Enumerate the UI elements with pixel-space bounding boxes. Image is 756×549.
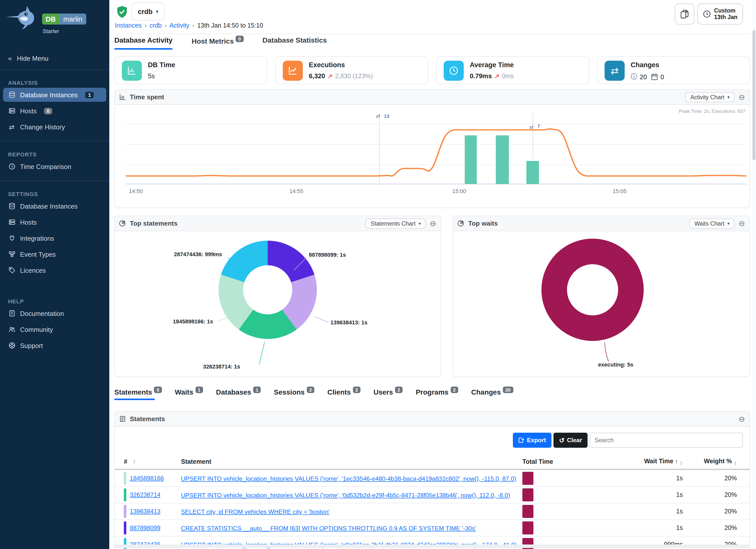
col-statement[interactable]: Statement xyxy=(181,458,211,465)
detail-tab-databases[interactable]: Databases1 xyxy=(216,387,261,400)
sort-icon[interactable]: ▲▼ xyxy=(734,461,737,466)
breadcrumb-separator: › xyxy=(145,23,146,29)
table-row: 326238714 UPSERT INTO vehicle_location_h… xyxy=(115,486,749,503)
detail-tab-statements[interactable]: Statements5 xyxy=(114,387,162,400)
scrollbar-thumb[interactable] xyxy=(752,30,755,160)
sort-icon[interactable]: ▲▼ xyxy=(133,459,136,464)
copy-link-button[interactable] xyxy=(675,4,695,25)
chart-selector-label: Activity Chart xyxy=(690,94,724,100)
documentation-icon xyxy=(8,310,16,317)
sidebar-item-database-instances[interactable]: Database Instances 1 xyxy=(3,88,106,102)
col-wait-time[interactable]: Wait Time xyxy=(644,458,673,465)
statement-link[interactable]: UPSERT INTO vehicle_location_histories V… xyxy=(181,475,516,482)
breadcrumb-activity[interactable]: Activity xyxy=(169,22,189,29)
calendar-icon xyxy=(651,73,658,80)
kpi-info-count: 20 xyxy=(640,73,647,80)
tab-label: Waits xyxy=(175,388,194,396)
sidebar-item-hosts[interactable]: Hosts 0 xyxy=(3,104,106,118)
top-waits-panel: Top waits Waits Chart ▾ ⊖ executing: 5s xyxy=(453,216,750,377)
executions-bar[interactable] xyxy=(526,161,539,184)
change-marker-icon: ⇄ xyxy=(376,113,380,119)
instance-selector[interactable]: crdb ▾ xyxy=(131,3,165,21)
executions-bar[interactable] xyxy=(465,135,477,184)
tab-badge: 5 xyxy=(154,387,162,393)
sidebar-item-integrations[interactable]: Integrations xyxy=(3,231,106,245)
statement-link[interactable]: SELECT city, id FROM vehicles WHERE city… xyxy=(181,508,330,515)
statements-donut[interactable] xyxy=(219,241,317,339)
top-statements-panel: Top statements Statements Chart ▾ ⊖ 2874… xyxy=(114,216,441,377)
collapse-panel-icon[interactable]: ⊖ xyxy=(430,220,436,227)
collapse-panel-icon[interactable]: ⊖ xyxy=(739,220,745,227)
kpi-title: Changes xyxy=(631,61,659,69)
detail-tab-sessions[interactable]: Sessions2 xyxy=(274,387,314,400)
vertical-scrollbar[interactable] xyxy=(752,0,756,549)
statements-chart-selector[interactable]: Statements Chart ▾ xyxy=(366,218,426,228)
sidebar-item-settings-database-instances[interactable]: Database Instances xyxy=(3,199,106,213)
statement-color-tag xyxy=(124,472,126,485)
clear-button[interactable]: ↺ Clear xyxy=(553,433,588,448)
topbar: crdb ▾ Instances › crdb › Activity › 13t… xyxy=(109,0,756,34)
tab-database-statistics[interactable]: Database Statistics xyxy=(262,36,327,50)
detail-tab-users[interactable]: Users2 xyxy=(373,387,403,400)
plug-icon xyxy=(8,234,16,242)
collapse-panel-icon[interactable]: ⊖ xyxy=(739,415,745,423)
breadcrumb-current: 13th Jan 14:50 to 15:10 xyxy=(197,22,263,29)
statement-id-link[interactable]: 326238714 xyxy=(130,491,160,498)
sidebar-item-label: Documentation xyxy=(20,310,64,317)
panel-title: Top waits xyxy=(468,220,498,227)
x-tick: 15:00 xyxy=(452,188,466,194)
detail-tab-waits[interactable]: Waits1 xyxy=(175,387,203,400)
logo-wordmark: DB marlin xyxy=(42,14,86,25)
sort-asc-icon: ↑ xyxy=(675,458,678,464)
sidebar-divider xyxy=(0,141,109,141)
executions-bar[interactable] xyxy=(496,135,509,184)
sidebar-item-event-types[interactable]: Event Types xyxy=(3,247,106,261)
tab-host-metrics[interactable]: Host Metrics0 xyxy=(192,36,243,50)
statement-id-link[interactable]: 1845898166 xyxy=(130,475,164,482)
dbmarlin-app: DB marlin Starter « Hide Menu ANALYSIS D… xyxy=(0,0,756,549)
sort-icon[interactable]: ▲▼ xyxy=(680,461,683,466)
sidebar-item-licences[interactable]: Licences xyxy=(3,263,106,277)
chevrons-left-icon: « xyxy=(8,54,12,62)
detail-tab-programs[interactable]: Programs2 xyxy=(416,387,458,400)
sidebar-item-label: Time Comparison xyxy=(20,163,71,170)
sidebar-item-community[interactable]: Community xyxy=(3,322,106,336)
swap-arrows-icon: ⇄ xyxy=(605,61,625,81)
statement-link[interactable]: UPSERT INTO vehicle_location_histories V… xyxy=(181,492,510,499)
breadcrumb: Instances › crdb › Activity › 13th Jan 1… xyxy=(115,22,263,29)
chevron-down-icon: ▾ xyxy=(727,221,730,226)
time-range-button[interactable]: Custom 13th Jan xyxy=(698,4,743,25)
sidebar-item-change-history[interactable]: ⇄ Change History xyxy=(3,120,106,134)
sidebar-item-support[interactable]: Support xyxy=(3,338,106,352)
statement-color-tag xyxy=(124,488,126,501)
time-spent-chart[interactable]: Peak Time: 2s, Executions: 837 ⇄ 13 ⇄ 7 … xyxy=(115,105,750,208)
col-total-time[interactable]: Total Time xyxy=(522,458,553,465)
waits-chart-selector[interactable]: Waits Chart ▾ xyxy=(690,218,735,228)
search-input[interactable] xyxy=(590,433,743,448)
detail-tab-changes[interactable]: Changes20 xyxy=(471,387,513,400)
statement-link[interactable]: CREATE STATISTICS __auto__ FROM [63] WIT… xyxy=(181,525,476,532)
tab-label: Changes xyxy=(471,388,501,396)
sidebar-item-settings-hosts[interactable]: Hosts xyxy=(3,215,106,229)
export-button[interactable]: Export xyxy=(513,433,551,448)
sidebar-item-documentation[interactable]: Documentation xyxy=(3,306,106,320)
tab-database-activity[interactable]: Database Activity xyxy=(114,36,172,50)
change-marker-icon: ⇄ xyxy=(529,124,534,130)
logo[interactable]: DB marlin Starter xyxy=(0,0,109,39)
statement-id-link[interactable]: 139638413 xyxy=(130,508,160,515)
horizontal-scrollbar[interactable] xyxy=(114,544,750,548)
col-weight[interactable]: Weight % xyxy=(704,458,732,465)
statement-id-link[interactable]: 887898099 xyxy=(130,524,160,531)
detail-tab-clients[interactable]: Clients2 xyxy=(327,387,360,400)
hide-menu-button[interactable]: « Hide Menu xyxy=(8,54,109,62)
tab-badge: 2 xyxy=(450,387,458,393)
breadcrumb-crdb[interactable]: crdb xyxy=(149,22,162,29)
col-id[interactable]: # xyxy=(124,458,127,465)
activity-chart-selector[interactable]: Activity Chart ▾ xyxy=(685,92,735,102)
waits-donut[interactable] xyxy=(541,239,644,341)
support-lifering-icon xyxy=(8,342,16,349)
breadcrumb-instances[interactable]: Instances xyxy=(115,22,142,29)
statement-color-tag xyxy=(124,505,126,518)
sidebar-item-time-comparison[interactable]: Time Comparison xyxy=(3,159,106,173)
collapse-panel-icon[interactable]: ⊖ xyxy=(739,93,745,101)
